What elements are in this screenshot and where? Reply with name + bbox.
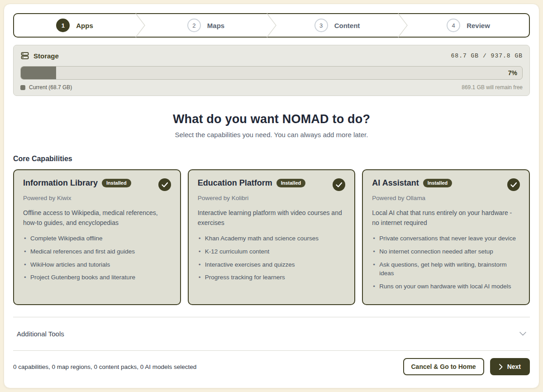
step-number-badge: 1 <box>56 19 70 32</box>
capability-cards: Information Library Installed Powered by… <box>13 169 530 305</box>
storage-title: Storage <box>33 52 59 60</box>
setup-wizard-window: 1 Apps 2 Maps 3 Content 4 Review <box>4 4 539 388</box>
next-button[interactable]: Next <box>490 358 530 375</box>
powered-by-label: Powered by Kolibri <box>198 195 346 201</box>
step-label: Apps <box>76 22 93 29</box>
card-title: Information Library <box>23 178 98 188</box>
installed-badge: Installed <box>423 179 452 187</box>
step-label: Maps <box>207 22 224 29</box>
feature-item: Complete Wikipedia offline <box>23 234 171 243</box>
step-separator-chevron-icon <box>135 14 145 37</box>
feature-item: WikiHow articles and tutorials <box>23 260 171 269</box>
wizard-stepper: 1 Apps 2 Maps 3 Content 4 Review <box>13 13 530 38</box>
legend-current-label: Current (68.7 GB) <box>29 84 72 91</box>
additional-tools-toggle[interactable]: Additional Tools <box>13 317 530 350</box>
card-title: Education Platform <box>198 178 272 188</box>
card-title: AI Assistant <box>372 178 419 188</box>
storage-progress-fill <box>21 67 56 79</box>
feature-item: Progress tracking for learners <box>198 273 346 282</box>
wizard-footer: 0 capabilities, 0 map regions, 0 content… <box>13 351 530 375</box>
card-description: Offline access to Wikipedia, medical ref… <box>23 208 171 228</box>
storage-drive-icon <box>20 51 29 60</box>
step-number-badge: 2 <box>187 19 201 32</box>
card-information-library[interactable]: Information Library Installed Powered by… <box>13 169 181 305</box>
additional-tools-label: Additional Tools <box>17 330 64 338</box>
feature-item: Medical references and first aid guides <box>23 247 171 256</box>
feature-item: Khan Academy math and science courses <box>198 234 346 243</box>
next-button-label: Next <box>507 363 521 370</box>
powered-by-label: Powered by Ollama <box>372 195 520 201</box>
page-title: What do you want NOMAD to do? <box>4 112 539 126</box>
step-number-badge: 4 <box>447 19 460 32</box>
card-feature-list: Private conversations that never leave y… <box>372 234 520 291</box>
feature-item: K-12 curriculum content <box>198 247 346 256</box>
chevron-right-icon <box>499 364 503 370</box>
step-maps[interactable]: 2 Maps <box>145 14 267 37</box>
core-capabilities-heading: Core Capabilities <box>13 155 530 163</box>
step-number-badge: 3 <box>314 19 328 32</box>
step-review[interactable]: 4 Review <box>408 14 529 37</box>
step-separator-chevron-icon <box>267 14 276 37</box>
step-separator-chevron-icon <box>398 14 408 37</box>
selection-summary: 0 capabilities, 0 map regions, 0 content… <box>13 363 196 370</box>
card-education-platform[interactable]: Education Platform Installed Powered by … <box>188 169 356 305</box>
feature-item: Project Gutenberg books and literature <box>23 273 171 282</box>
cancel-button[interactable]: Cancel & Go to Home <box>403 358 484 375</box>
storage-percent-label: 7% <box>508 69 517 76</box>
card-feature-list: Khan Academy math and science courses K-… <box>198 234 346 282</box>
feature-item: Private conversations that never leave y… <box>372 234 520 243</box>
feature-item: Interactive exercises and quizzes <box>198 260 346 269</box>
card-description: Local AI chat that runs entirely on your… <box>372 208 520 228</box>
installed-badge: Installed <box>276 179 306 187</box>
step-apps[interactable]: 1 Apps <box>14 14 135 37</box>
page-subtitle: Select the capabilities you need. You ca… <box>4 131 539 139</box>
feature-item: No internet connection needed after setu… <box>372 247 520 256</box>
legend-current-swatch <box>20 85 25 90</box>
step-label: Review <box>467 22 490 29</box>
selected-check-icon <box>158 178 171 193</box>
card-feature-list: Complete Wikipedia offline Medical refer… <box>23 234 171 282</box>
card-description: Interactive learning platform with video… <box>198 208 346 228</box>
step-content[interactable]: 3 Content <box>276 14 398 37</box>
storage-progress-bar: 7% <box>20 66 523 80</box>
chevron-down-icon <box>519 332 526 336</box>
storage-panel: Storage 68.7 GB / 937.8 GB 7% Current (6… <box>13 45 530 96</box>
installed-badge: Installed <box>102 179 131 187</box>
storage-remaining-label: 869.1 GB will remain free <box>462 84 523 91</box>
step-label: Content <box>334 22 360 29</box>
feature-item: Ask questions, get help with writing, br… <box>372 260 520 278</box>
feature-item: Runs on your own hardware with local AI … <box>372 282 520 291</box>
selected-check-icon <box>333 178 345 193</box>
storage-usage-readout: 68.7 GB / 937.8 GB <box>451 53 523 59</box>
powered-by-label: Powered by Kiwix <box>23 195 171 201</box>
selected-check-icon <box>507 178 520 193</box>
card-ai-assistant[interactable]: AI Assistant Installed Powered by Ollama… <box>362 169 530 305</box>
